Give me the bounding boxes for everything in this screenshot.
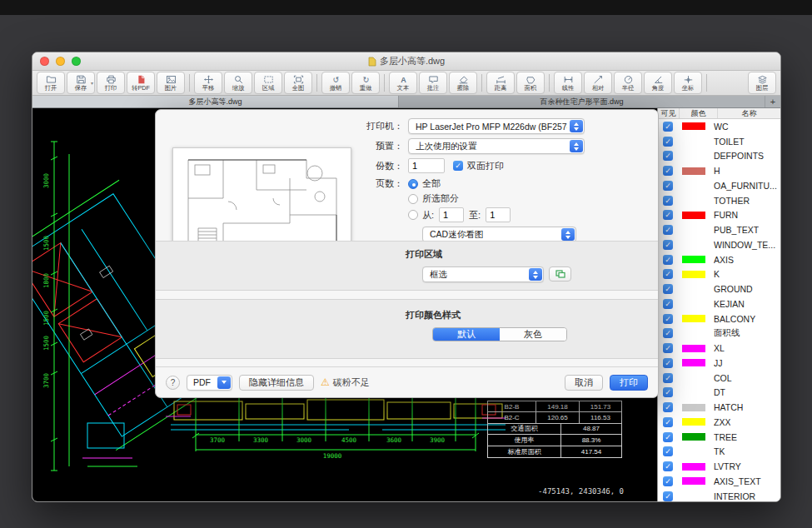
layer-row[interactable]: ✓XL xyxy=(658,341,780,356)
layer-row[interactable]: ✓TOILET xyxy=(658,134,780,149)
tab-add-button[interactable]: + xyxy=(765,96,780,107)
toolbar-button-radius[interactable]: 半径 xyxy=(614,72,642,94)
toolbar-button-save[interactable]: 保存▾ xyxy=(67,72,95,94)
layer-visibility-checkbox[interactable]: ✓ xyxy=(663,269,673,279)
layer-row[interactable]: ✓AXIS_TEXT xyxy=(658,474,780,489)
layer-row[interactable]: ✓DT xyxy=(658,386,780,401)
layer-row[interactable]: ✓WINDOW_TE... xyxy=(658,237,780,252)
minimize-button[interactable] xyxy=(56,57,65,66)
layer-visibility-checkbox[interactable]: ✓ xyxy=(663,432,673,442)
layer-visibility-checkbox[interactable]: ✓ xyxy=(663,328,673,338)
layer-row[interactable]: ✓K xyxy=(658,267,780,282)
layer-row[interactable]: ✓JJ xyxy=(658,356,780,371)
layer-visibility-checkbox[interactable]: ✓ xyxy=(663,151,673,161)
layer-visibility-checkbox[interactable]: ✓ xyxy=(663,358,673,368)
layer-row[interactable]: ✓DEFPOINTS xyxy=(658,149,780,164)
toolbar-button-layers[interactable]: 图层 xyxy=(748,72,776,94)
layer-row[interactable]: ✓FURN xyxy=(658,208,780,223)
print-area-select[interactable]: 框选 xyxy=(422,266,544,282)
pages-range-radio[interactable] xyxy=(408,210,418,220)
layer-visibility-checkbox[interactable]: ✓ xyxy=(663,461,673,471)
print-button[interactable]: 打印 xyxy=(610,375,648,391)
toolbar-button-full-extent[interactable]: 全图 xyxy=(284,72,312,94)
tab-inactive[interactable]: 百余种住宅户形平面.dwg xyxy=(399,96,765,107)
toolbar-button-linear[interactable]: 线性 xyxy=(554,72,582,94)
copies-input[interactable] xyxy=(408,158,445,173)
pages-selection-radio[interactable] xyxy=(408,194,418,204)
layer-row[interactable]: ✓GROUND xyxy=(658,281,780,296)
toolbar-button-undo[interactable]: 撤销 xyxy=(321,72,350,94)
layer-visibility-checkbox[interactable]: ✓ xyxy=(663,210,673,220)
layer-visibility-checkbox[interactable]: ✓ xyxy=(663,476,673,486)
color-default-segment[interactable]: 默认 xyxy=(433,328,500,341)
layer-row[interactable]: ✓ZXX xyxy=(658,415,780,430)
toolbar-button-area[interactable]: 面积 xyxy=(516,72,545,94)
toolbar-button-angle[interactable]: 角度 xyxy=(644,72,672,94)
layer-visibility-checkbox[interactable]: ✓ xyxy=(663,181,673,191)
layer-row[interactable]: ✓WC xyxy=(658,119,780,134)
toolbar-separator xyxy=(481,74,482,92)
zoom-button[interactable] xyxy=(72,57,81,66)
layer-visibility-checkbox[interactable]: ✓ xyxy=(663,166,673,176)
layer-visibility-checkbox[interactable]: ✓ xyxy=(663,373,673,383)
pages-to-input[interactable] xyxy=(486,207,511,222)
layer-row[interactable]: ✓OA_FURNITU... xyxy=(658,178,780,193)
cancel-button[interactable]: 取消 xyxy=(565,375,603,391)
layer-visibility-checkbox[interactable]: ✓ xyxy=(663,491,673,501)
toolbar-button-print[interactable]: 打印 xyxy=(97,72,125,94)
layer-row[interactable]: ✓INTERIOR xyxy=(658,489,780,502)
layer-visibility-checkbox[interactable]: ✓ xyxy=(663,137,673,147)
layer-visibility-checkbox[interactable]: ✓ xyxy=(663,402,673,412)
layer-row[interactable]: ✓PUB_TEXT xyxy=(658,222,780,237)
toolbar-button-coordinate[interactable]: 坐标 xyxy=(674,72,702,94)
toolbar-button-text[interactable]: 文本 xyxy=(389,72,417,94)
layer-row[interactable]: ✓KEJIAN xyxy=(658,296,780,311)
layer-row[interactable]: ✓COL xyxy=(658,371,780,386)
layer-row[interactable]: ✓H xyxy=(658,163,780,178)
tab-active[interactable]: 多层小高等.dwg xyxy=(32,96,399,107)
presets-select[interactable]: 上次使用的设置 xyxy=(408,138,585,154)
print-area-pick-button[interactable] xyxy=(549,266,571,281)
layer-row[interactable]: ✓AXIS xyxy=(658,252,780,267)
toolbar-button-open[interactable]: 打开 xyxy=(37,72,65,94)
layer-visibility-checkbox[interactable]: ✓ xyxy=(663,240,673,250)
layer-visibility-checkbox[interactable]: ✓ xyxy=(663,255,673,265)
hide-details-button[interactable]: 隐藏详细信息 xyxy=(239,375,314,391)
layer-row[interactable]: ✓BALCONY xyxy=(658,311,780,326)
layer-row[interactable]: ✓LVTRY xyxy=(658,459,780,474)
layer-visibility-checkbox[interactable]: ✓ xyxy=(663,314,673,324)
printer-select[interactable]: HP LaserJet Pro MFP M226dw (BF2574) xyxy=(408,118,585,134)
toolbar-button-pan[interactable]: 平移 xyxy=(194,72,222,94)
two-sided-checkbox[interactable]: ✓ xyxy=(453,161,463,171)
layer-row[interactable]: ✓TK xyxy=(658,445,780,460)
color-gray-segment[interactable]: 灰色 xyxy=(500,328,566,341)
toolbar-button-pdf[interactable]: 转PDF xyxy=(127,72,155,94)
layer-visibility-checkbox[interactable]: ✓ xyxy=(663,446,673,456)
layer-row[interactable]: ✓面积线 xyxy=(658,326,780,341)
region-icon xyxy=(262,75,275,84)
layer-row[interactable]: ✓HATCH xyxy=(658,400,780,415)
close-button[interactable] xyxy=(40,57,49,66)
layer-visibility-checkbox[interactable]: ✓ xyxy=(663,299,673,309)
layer-visibility-checkbox[interactable]: ✓ xyxy=(663,343,673,353)
layer-visibility-checkbox[interactable]: ✓ xyxy=(663,225,673,235)
toolbar-button-image[interactable]: 图片 xyxy=(157,72,185,94)
pages-from-input[interactable] xyxy=(439,207,464,222)
pages-all-radio[interactable] xyxy=(408,179,418,189)
layer-visibility-checkbox[interactable]: ✓ xyxy=(663,417,673,427)
toolbar-button-annotate[interactable]: 批注 xyxy=(419,72,447,94)
layer-visibility-checkbox[interactable]: ✓ xyxy=(663,284,673,294)
layer-row[interactable]: ✓TREE xyxy=(658,430,780,445)
toolbar-button-distance[interactable]: 距离 xyxy=(486,72,515,94)
layer-visibility-checkbox[interactable]: ✓ xyxy=(663,196,673,206)
layer-visibility-checkbox[interactable]: ✓ xyxy=(663,387,673,397)
layer-visibility-checkbox[interactable]: ✓ xyxy=(663,122,673,132)
toolbar-button-erase[interactable]: 擦除 xyxy=(449,72,477,94)
toolbar-button-zoom[interactable]: 缩放 xyxy=(224,72,252,94)
layer-row[interactable]: ✓TOTHER xyxy=(658,193,780,208)
help-button[interactable]: ? xyxy=(166,376,180,390)
toolbar-button-relative[interactable]: 相对 xyxy=(584,72,612,94)
toolbar-button-region[interactable]: 区域 xyxy=(254,72,282,94)
pdf-menu-button[interactable]: PDF xyxy=(187,375,232,391)
toolbar-button-redo[interactable]: 重做 xyxy=(351,72,380,94)
